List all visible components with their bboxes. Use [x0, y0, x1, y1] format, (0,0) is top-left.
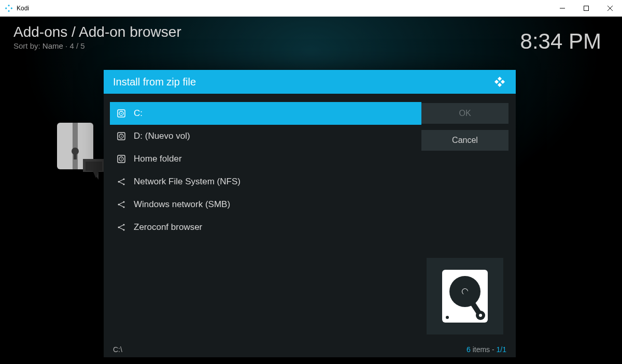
svg-point-45: [446, 316, 449, 319]
list-item-home-folder[interactable]: Home folder: [110, 148, 421, 170]
dialog-title: Install from zip file: [113, 76, 196, 88]
list-item-label: Windows network (SMB): [134, 199, 230, 210]
svg-rect-1: [8, 10, 10, 12]
breadcrumb: Add-ons / Add-on browser: [13, 24, 181, 40]
kodi-app-icon: [4, 4, 13, 13]
svg-point-18: [121, 113, 122, 114]
svg-point-21: [121, 136, 122, 137]
disk-icon: [116, 131, 126, 141]
svg-line-33: [119, 202, 124, 205]
count-text: items -: [471, 345, 497, 354]
svg-point-44: [479, 314, 482, 317]
count-number: 6: [466, 345, 471, 354]
preview-tile: [427, 258, 503, 334]
dialog-right-panel: OK Cancel: [421, 94, 516, 342]
ok-button[interactable]: OK: [421, 103, 508, 124]
kodi-app-area: Add-ons / Add-on browser Sort by: Name ·…: [0, 17, 622, 364]
harddisk-icon: [440, 268, 490, 325]
sort-count: 4 / 5: [69, 41, 84, 50]
svg-rect-11: [74, 151, 77, 159]
sort-sep: ·: [63, 41, 70, 50]
current-path: C:\: [113, 345, 122, 354]
sort-line: Sort by: Name · 4 / 5: [13, 41, 181, 50]
svg-marker-14: [494, 80, 499, 84]
svg-rect-3: [10, 7, 12, 9]
kodi-logo-icon: [493, 75, 506, 89]
svg-line-38: [119, 225, 124, 227]
svg-line-28: [119, 179, 124, 182]
maximize-button[interactable]: [574, 0, 598, 17]
list-item-label: Zeroconf browser: [134, 222, 202, 232]
close-button[interactable]: [598, 0, 622, 17]
breadcrumb-area: Add-ons / Add-on browser Sort by: Name ·…: [13, 24, 181, 50]
dialog-body: C: D: (Nuevo vol) Home folder: [104, 94, 516, 342]
item-count: 6 items - 1/1: [466, 345, 506, 354]
disk-icon: [116, 108, 126, 119]
svg-point-24: [121, 158, 122, 159]
clock: 8:34 PM: [520, 29, 601, 54]
list-item-label: D: (Nuevo vol): [134, 131, 190, 141]
sort-prefix: Sort by:: [13, 41, 43, 50]
dialog-footer: C:\ 6 items - 1/1: [104, 342, 516, 357]
list-item-d-drive[interactable]: D: (Nuevo vol): [110, 125, 421, 148]
svg-marker-15: [501, 80, 505, 84]
page-indicator: 1/1: [497, 345, 506, 354]
list-item-nfs[interactable]: Network File System (NFS): [110, 170, 421, 193]
svg-rect-0: [8, 5, 10, 7]
list-item-zeroconf[interactable]: Zeroconf browser: [110, 216, 421, 239]
network-icon: [116, 222, 126, 232]
svg-line-39: [119, 227, 124, 230]
list-item-c-drive[interactable]: C:: [110, 102, 421, 125]
svg-marker-13: [498, 83, 502, 87]
network-icon: [116, 199, 126, 210]
window-title: Kodi: [17, 5, 29, 12]
list-item-label: C:: [134, 108, 143, 119]
zip-icon: [54, 120, 106, 184]
svg-line-29: [119, 182, 124, 184]
window-titlebar: Kodi: [0, 0, 622, 17]
window-controls: [550, 0, 622, 17]
install-from-zip-dialog: Install from zip file C: D: (Nuevo vol): [104, 70, 516, 357]
minimize-button[interactable]: [550, 0, 574, 17]
network-icon: [116, 177, 126, 187]
list-item-label: Home folder: [134, 154, 182, 164]
svg-rect-2: [5, 7, 7, 9]
disk-icon: [116, 154, 126, 164]
sort-value: Name: [43, 41, 63, 50]
cancel-button[interactable]: Cancel: [421, 130, 508, 151]
list-item-label: Network File System (NFS): [134, 177, 241, 187]
svg-rect-9: [73, 123, 78, 169]
svg-marker-12: [498, 77, 502, 81]
file-list: C: D: (Nuevo vol) Home folder: [104, 94, 421, 342]
dialog-header: Install from zip file: [104, 70, 516, 94]
svg-rect-5: [584, 6, 589, 11]
list-item-smb[interactable]: Windows network (SMB): [110, 193, 421, 216]
svg-line-34: [119, 205, 124, 207]
